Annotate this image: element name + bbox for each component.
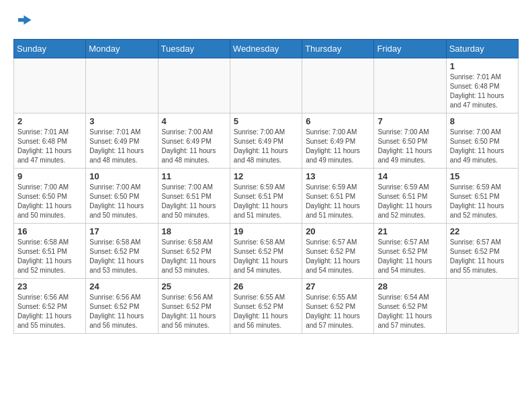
calendar-week-row: 9Sunrise: 7:00 AM Sunset: 6:50 PM Daylig… xyxy=(14,169,519,224)
day-info: Sunrise: 6:57 AM Sunset: 6:52 PM Dayligh… xyxy=(306,238,370,275)
day-number: 26 xyxy=(234,281,298,291)
calendar-day-cell: 20Sunrise: 6:57 AM Sunset: 6:52 PM Dayli… xyxy=(302,224,374,279)
day-info: Sunrise: 6:59 AM Sunset: 6:51 PM Dayligh… xyxy=(234,183,298,220)
generalblue-logo-icon xyxy=(13,13,32,32)
calendar-day-cell xyxy=(158,58,230,113)
calendar-day-header: Saturday xyxy=(446,40,518,58)
calendar-day-cell: 17Sunrise: 6:58 AM Sunset: 6:52 PM Dayli… xyxy=(86,224,158,279)
day-info: Sunrise: 6:58 AM Sunset: 6:52 PM Dayligh… xyxy=(234,238,298,275)
calendar-day-cell: 15Sunrise: 6:59 AM Sunset: 6:51 PM Dayli… xyxy=(446,169,518,224)
calendar-day-cell: 1Sunrise: 7:01 AM Sunset: 6:48 PM Daylig… xyxy=(446,58,518,113)
calendar-day-header: Friday xyxy=(374,40,446,58)
day-number: 28 xyxy=(378,281,442,291)
day-info: Sunrise: 6:59 AM Sunset: 6:51 PM Dayligh… xyxy=(450,183,515,220)
day-number: 10 xyxy=(89,171,154,181)
calendar-day-cell: 24Sunrise: 6:56 AM Sunset: 6:52 PM Dayli… xyxy=(86,279,158,334)
day-info: Sunrise: 6:55 AM Sunset: 6:52 PM Dayligh… xyxy=(234,293,298,330)
day-info: Sunrise: 6:56 AM Sunset: 6:52 PM Dayligh… xyxy=(17,293,82,330)
day-info: Sunrise: 6:58 AM Sunset: 6:51 PM Dayligh… xyxy=(17,238,82,275)
day-info: Sunrise: 6:57 AM Sunset: 6:52 PM Dayligh… xyxy=(450,238,515,275)
calendar-day-cell: 16Sunrise: 6:58 AM Sunset: 6:51 PM Dayli… xyxy=(14,224,86,279)
day-info: Sunrise: 7:00 AM Sunset: 6:50 PM Dayligh… xyxy=(89,183,154,220)
day-number: 25 xyxy=(162,281,226,291)
calendar-day-cell xyxy=(230,58,302,113)
day-number: 23 xyxy=(17,281,82,291)
day-number: 2 xyxy=(17,116,82,126)
day-number: 24 xyxy=(89,281,154,291)
day-info: Sunrise: 6:59 AM Sunset: 6:51 PM Dayligh… xyxy=(378,183,442,220)
day-number: 27 xyxy=(306,281,370,291)
calendar-table: SundayMondayTuesdayWednesdayThursdayFrid… xyxy=(13,39,519,334)
calendar-day-cell: 25Sunrise: 6:56 AM Sunset: 6:52 PM Dayli… xyxy=(158,279,230,334)
calendar-day-cell: 7Sunrise: 7:00 AM Sunset: 6:50 PM Daylig… xyxy=(374,113,446,169)
page-header xyxy=(13,13,519,32)
day-number: 16 xyxy=(17,226,82,236)
calendar-day-cell: 28Sunrise: 6:54 AM Sunset: 6:52 PM Dayli… xyxy=(374,279,446,334)
day-number: 20 xyxy=(306,226,370,236)
day-number: 13 xyxy=(306,171,370,181)
day-info: Sunrise: 6:54 AM Sunset: 6:52 PM Dayligh… xyxy=(378,293,442,330)
calendar-week-row: 16Sunrise: 6:58 AM Sunset: 6:51 PM Dayli… xyxy=(14,224,519,279)
calendar-day-cell: 2Sunrise: 7:01 AM Sunset: 6:48 PM Daylig… xyxy=(14,113,86,169)
calendar-day-cell: 6Sunrise: 7:00 AM Sunset: 6:49 PM Daylig… xyxy=(302,113,374,169)
calendar-day-header: Wednesday xyxy=(230,40,302,58)
day-info: Sunrise: 7:01 AM Sunset: 6:48 PM Dayligh… xyxy=(450,73,515,110)
calendar-week-row: 1Sunrise: 7:01 AM Sunset: 6:48 PM Daylig… xyxy=(14,58,519,113)
day-info: Sunrise: 7:00 AM Sunset: 6:49 PM Dayligh… xyxy=(162,128,226,165)
calendar-day-cell: 21Sunrise: 6:57 AM Sunset: 6:52 PM Dayli… xyxy=(374,224,446,279)
day-number: 17 xyxy=(89,226,154,236)
calendar-week-row: 23Sunrise: 6:56 AM Sunset: 6:52 PM Dayli… xyxy=(14,279,519,334)
calendar-day-cell: 4Sunrise: 7:00 AM Sunset: 6:49 PM Daylig… xyxy=(158,113,230,169)
day-info: Sunrise: 6:56 AM Sunset: 6:52 PM Dayligh… xyxy=(89,293,154,330)
day-info: Sunrise: 7:00 AM Sunset: 6:50 PM Dayligh… xyxy=(17,183,82,220)
day-info: Sunrise: 7:00 AM Sunset: 6:50 PM Dayligh… xyxy=(450,128,515,165)
calendar-day-cell: 13Sunrise: 6:59 AM Sunset: 6:51 PM Dayli… xyxy=(302,169,374,224)
calendar-day-cell: 5Sunrise: 7:00 AM Sunset: 6:49 PM Daylig… xyxy=(230,113,302,169)
calendar-day-cell xyxy=(86,58,158,113)
calendar-day-cell: 12Sunrise: 6:59 AM Sunset: 6:51 PM Dayli… xyxy=(230,169,302,224)
day-info: Sunrise: 6:59 AM Sunset: 6:51 PM Dayligh… xyxy=(306,183,370,220)
day-info: Sunrise: 7:00 AM Sunset: 6:50 PM Dayligh… xyxy=(378,128,442,165)
day-number: 21 xyxy=(378,226,442,236)
day-number: 8 xyxy=(450,116,515,126)
day-info: Sunrise: 7:00 AM Sunset: 6:49 PM Dayligh… xyxy=(234,128,298,165)
calendar-day-cell: 26Sunrise: 6:55 AM Sunset: 6:52 PM Dayli… xyxy=(230,279,302,334)
calendar-day-header: Monday xyxy=(86,40,158,58)
day-info: Sunrise: 6:55 AM Sunset: 6:52 PM Dayligh… xyxy=(306,293,370,330)
day-info: Sunrise: 7:00 AM Sunset: 6:49 PM Dayligh… xyxy=(306,128,370,165)
calendar-day-cell: 9Sunrise: 7:00 AM Sunset: 6:50 PM Daylig… xyxy=(14,169,86,224)
calendar-day-cell: 22Sunrise: 6:57 AM Sunset: 6:52 PM Dayli… xyxy=(446,224,518,279)
logo xyxy=(13,13,35,32)
day-info: Sunrise: 6:58 AM Sunset: 6:52 PM Dayligh… xyxy=(162,238,226,275)
calendar-day-cell xyxy=(302,58,374,113)
day-number: 18 xyxy=(162,226,226,236)
calendar-day-cell xyxy=(374,58,446,113)
day-info: Sunrise: 7:01 AM Sunset: 6:48 PM Dayligh… xyxy=(17,128,82,165)
calendar-day-cell: 27Sunrise: 6:55 AM Sunset: 6:52 PM Dayli… xyxy=(302,279,374,334)
day-info: Sunrise: 7:00 AM Sunset: 6:51 PM Dayligh… xyxy=(162,183,226,220)
calendar-day-cell xyxy=(14,58,86,113)
day-info: Sunrise: 6:57 AM Sunset: 6:52 PM Dayligh… xyxy=(378,238,442,275)
calendar-day-cell: 23Sunrise: 6:56 AM Sunset: 6:52 PM Dayli… xyxy=(14,279,86,334)
calendar-day-header: Thursday xyxy=(302,40,374,58)
day-number: 6 xyxy=(306,116,370,126)
day-info: Sunrise: 6:58 AM Sunset: 6:52 PM Dayligh… xyxy=(89,238,154,275)
day-number: 4 xyxy=(162,116,226,126)
calendar-day-header: Sunday xyxy=(14,40,86,58)
day-number: 3 xyxy=(89,116,154,126)
calendar-day-cell: 11Sunrise: 7:00 AM Sunset: 6:51 PM Dayli… xyxy=(158,169,230,224)
svg-rect-0 xyxy=(13,13,32,32)
day-number: 15 xyxy=(450,171,515,181)
calendar-day-cell: 14Sunrise: 6:59 AM Sunset: 6:51 PM Dayli… xyxy=(374,169,446,224)
calendar-day-cell xyxy=(446,279,518,334)
day-number: 19 xyxy=(234,226,298,236)
day-number: 1 xyxy=(450,61,515,71)
day-number: 14 xyxy=(378,171,442,181)
day-info: Sunrise: 7:01 AM Sunset: 6:49 PM Dayligh… xyxy=(89,128,154,165)
day-number: 7 xyxy=(378,116,442,126)
day-number: 22 xyxy=(450,226,515,236)
calendar-week-row: 2Sunrise: 7:01 AM Sunset: 6:48 PM Daylig… xyxy=(14,113,519,169)
day-info: Sunrise: 6:56 AM Sunset: 6:52 PM Dayligh… xyxy=(162,293,226,330)
calendar-day-header: Tuesday xyxy=(158,40,230,58)
day-number: 11 xyxy=(162,171,226,181)
